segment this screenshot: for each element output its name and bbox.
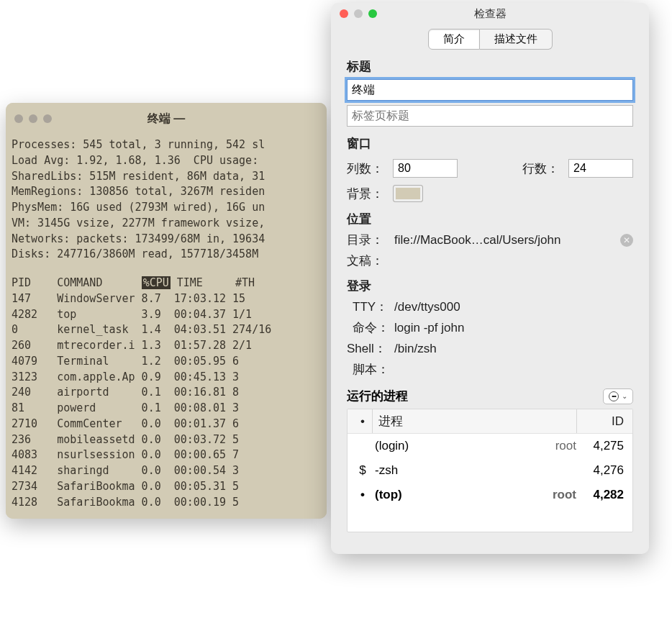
process-table-blank-row: [348, 507, 632, 532]
shell-value: /bin/zsh: [394, 342, 633, 356]
terminal-process-row: 240 airportd 0.1 00:16.81 8: [12, 385, 321, 401]
terminal-process-row: 4079 Terminal 1.2 00:05.95 6: [12, 354, 321, 370]
tab-profile[interactable]: 简介: [428, 29, 480, 50]
section-processes-header: 运行的进程 ••• ⌄: [331, 378, 649, 409]
background-color-well[interactable]: [393, 185, 423, 202]
tty-label: TTY：: [347, 299, 394, 315]
script-label: 脚本：: [347, 361, 394, 378]
process-glyph: •: [353, 488, 372, 502]
section-login-label: 登录: [347, 278, 633, 294]
window-title-input[interactable]: [347, 79, 633, 101]
section-window: 窗口 列数： 行数： 背景：: [331, 127, 649, 202]
inspector-titlebar[interactable]: 检查器: [331, 3, 649, 24]
chevron-down-icon: ⌄: [622, 392, 627, 400]
terminal-body[interactable]: Processes: 545 total, 3 running, 542 sl …: [6, 135, 327, 519]
process-actions-menu[interactable]: ••• ⌄: [603, 388, 633, 404]
clear-directory-icon[interactable]: ✕: [620, 234, 633, 247]
process-id: 4,276: [576, 463, 627, 478]
tab-title-input[interactable]: [347, 105, 633, 127]
section-location-label: 位置: [347, 211, 633, 227]
command-label: 命令：: [347, 319, 394, 336]
columns-input[interactable]: [393, 159, 458, 178]
terminal-titlebar[interactable]: 终端 —: [6, 103, 327, 135]
inspector-window: 检查器 简介 描述文件 标题 窗口 列数： 行数： 背景： 位置 目录： fil…: [331, 3, 649, 554]
section-location: 位置 目录： file://MacBook…cal/Users/john ✕ 文…: [331, 202, 649, 269]
process-table: • 进程 ID (login)root4,275$-zsh4,276•(top)…: [347, 409, 633, 532]
process-table-header[interactable]: • 进程 ID: [348, 409, 632, 434]
directory-label: 目录：: [347, 232, 394, 248]
process-col-glyph: •: [353, 414, 372, 429]
process-id: 4,282: [576, 488, 627, 502]
tty-value: /dev/ttys000: [394, 300, 633, 314]
terminal-process-row: 2734 SafariBookma 0.0 00:05.31 5: [12, 479, 321, 495]
section-title: 标题: [331, 50, 649, 127]
section-title-label: 标题: [347, 58, 633, 75]
terminal-process-row: 2710 CommCenter 0.0 00:01.37 6: [12, 417, 321, 432]
process-id: 4,275: [576, 439, 627, 453]
process-col-name[interactable]: 进程: [372, 409, 533, 433]
directory-value: file://MacBook…cal/Users/john: [394, 233, 620, 247]
terminal-process-row: 0 kernel_task 1.4 04:03.51 274/16: [12, 322, 321, 338]
section-login: 登录 TTY：/dev/ttys000 命令：login -pf john Sh…: [331, 269, 649, 378]
terminal-window: 终端 — Processes: 545 total, 3 running, 54…: [6, 103, 327, 519]
process-user: root: [533, 488, 576, 502]
ellipsis-icon: •••: [609, 391, 619, 401]
shell-label: Shell：: [347, 340, 394, 357]
terminal-title: 终端 —: [6, 112, 327, 127]
process-name: -zsh: [372, 463, 533, 478]
terminal-process-row: 4128 SafariBookma 0.0 00:00.19 5: [12, 495, 321, 511]
process-row[interactable]: (login)root4,275: [348, 434, 632, 458]
document-label: 文稿：: [347, 253, 394, 269]
process-row[interactable]: •(top)root4,282: [348, 483, 632, 507]
rows-input[interactable]: [568, 159, 633, 178]
terminal-process-row: 4083 nsurlsession 0.0 00:00.65 7: [12, 447, 321, 463]
inspector-tabs: 简介 描述文件: [331, 29, 649, 50]
terminal-process-row: 147 WindowServer 8.7 17:03.12 15: [12, 291, 321, 307]
terminal-process-row: 260 mtrecorder.i 1.3 01:57.28 2/1: [12, 338, 321, 354]
process-row[interactable]: $-zsh4,276: [348, 458, 632, 483]
section-processes-label: 运行的进程: [347, 388, 408, 404]
columns-label: 列数：: [347, 160, 386, 177]
process-name: (top): [372, 488, 533, 502]
process-glyph: $: [353, 463, 372, 478]
terminal-process-row: 81 powerd 0.1 00:08.01 3: [12, 401, 321, 417]
command-value: login -pf john: [394, 321, 633, 335]
tab-describe-file[interactable]: 描述文件: [480, 29, 553, 50]
process-col-id[interactable]: ID: [576, 409, 627, 433]
rows-label: 行数：: [522, 160, 561, 177]
background-label: 背景：: [347, 186, 386, 202]
terminal-process-row: 4282 top 3.9 00:04.37 1/1: [12, 307, 321, 323]
process-name: (login): [372, 439, 533, 453]
section-window-label: 窗口: [347, 135, 633, 152]
terminal-process-row: 3123 com.apple.Ap 0.9 00:45.13 3: [12, 370, 321, 386]
process-user: root: [533, 439, 576, 453]
terminal-process-row: 236 mobileassetd 0.0 00:03.72 5: [12, 432, 321, 448]
inspector-title: 检查器: [331, 7, 649, 21]
terminal-process-row: 4142 sharingd 0.0 00:00.54 3: [12, 463, 321, 479]
